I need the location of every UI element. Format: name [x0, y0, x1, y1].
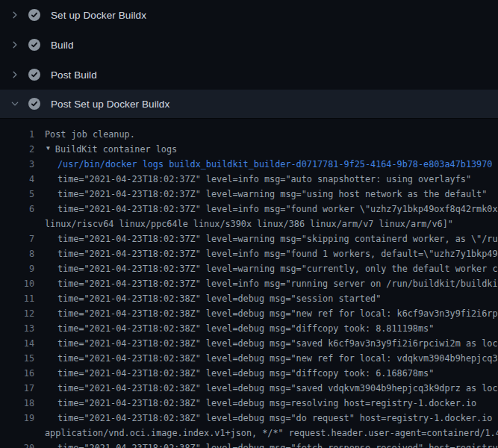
log-text: time="2021-04-23T18:02:37Z" level=info m… [34, 276, 498, 291]
step-row-3[interactable]: Post Set up Docker Buildx [0, 90, 498, 119]
log-text: linux/riscv64 linux/ppc64le linux/s390x … [34, 217, 453, 231]
log-text: time="2021-04-23T18:02:38Z" level=debug … [34, 321, 434, 336]
chevron-right-icon [9, 69, 21, 81]
log-line[interactable]: 2 ▼ BuildKit container logs [0, 142, 498, 157]
step-row-2[interactable]: Post Build [0, 60, 498, 90]
line-number[interactable]: 11 [0, 291, 34, 306]
log-line: 7 ▼ time="2021-04-23T18:02:37Z" level=wa… [0, 231, 498, 246]
line-number[interactable]: 9 [0, 261, 34, 276]
log-text: time="2021-04-23T18:02:38Z" level=debug … [34, 441, 498, 448]
log-line: 15 ▼ time="2021-04-23T18:02:38Z" level=d… [0, 351, 498, 366]
group-collapse-triangle-icon: ▼ [34, 142, 50, 156]
log-text: /usr/bin/docker logs buildx_buildkit_bui… [34, 157, 492, 172]
line-number[interactable]: 10 [0, 276, 34, 291]
log-line: 8 ▼ time="2021-04-23T18:02:37Z" level=in… [0, 246, 498, 261]
line-number [0, 217, 34, 231]
check-circle-icon [28, 69, 40, 81]
log-text: time="2021-04-23T18:02:38Z" level=debug … [34, 306, 498, 321]
log-text: time="2021-04-23T18:02:38Z" level=debug … [34, 366, 434, 381]
line-number[interactable]: 1 [0, 127, 34, 142]
line-number[interactable]: 5 [0, 187, 34, 202]
line-number[interactable]: 3 [0, 157, 34, 172]
log-line: 6 ▼ time="2021-04-23T18:02:37Z" level=in… [0, 202, 498, 217]
line-number[interactable]: 13 [0, 321, 34, 336]
step-list: Set up Docker Buildx Build Post Build [0, 0, 498, 119]
log-text: time="2021-04-23T18:02:38Z" level=debug … [34, 396, 476, 411]
chevron-right-icon [9, 9, 21, 21]
log-line: 19 ▼ time="2021-04-23T18:02:38Z" level=d… [0, 411, 498, 426]
log-line: 11 ▼ time="2021-04-23T18:02:38Z" level=d… [0, 291, 498, 306]
step-label: Post Set up Docker Buildx [51, 99, 169, 110]
step-label: Build [51, 40, 74, 51]
step-label: Set up Docker Buildx [51, 10, 146, 21]
log-line: ▼ application/vnd.oci.image.index.v1+jso… [0, 426, 498, 441]
check-circle-icon [28, 98, 40, 110]
log-line: 9 ▼ time="2021-04-23T18:02:37Z" level=wa… [0, 261, 498, 276]
line-number [0, 426, 34, 441]
line-number[interactable]: 6 [0, 202, 34, 217]
check-circle-icon [28, 39, 40, 51]
log-text: BuildKit container logs [50, 142, 177, 157]
line-number[interactable]: 18 [0, 396, 34, 411]
log-line: 3 ▼ /usr/bin/docker logs buildx_buildkit… [0, 157, 498, 172]
line-number[interactable]: 19 [0, 411, 34, 426]
line-number[interactable]: 16 [0, 366, 34, 381]
line-number[interactable]: 12 [0, 306, 34, 321]
line-number[interactable]: 2 [0, 142, 34, 157]
log-text: time="2021-04-23T18:02:37Z" level=info m… [34, 246, 498, 261]
log-line: 10 ▼ time="2021-04-23T18:02:37Z" level=i… [0, 276, 498, 291]
log-panel: 1 ▼ Post job cleanup. 2 ▼ BuildKit conta… [0, 119, 498, 448]
log-text: time="2021-04-23T18:02:38Z" level=debug … [34, 291, 381, 306]
log-line: 1 ▼ Post job cleanup. [0, 127, 498, 142]
log-text: time="2021-04-23T18:02:38Z" level=debug … [34, 381, 498, 396]
log-text: Post job cleanup. [34, 127, 135, 142]
log-line: 12 ▼ time="2021-04-23T18:02:38Z" level=d… [0, 306, 498, 321]
log-line: 13 ▼ time="2021-04-23T18:02:38Z" level=d… [0, 321, 498, 336]
log-text: time="2021-04-23T18:02:37Z" level=warnin… [34, 231, 498, 246]
log-text: time="2021-04-23T18:02:38Z" level=debug … [34, 411, 498, 426]
log-text: time="2021-04-23T18:02:37Z" level=info m… [34, 202, 498, 217]
log-line: 14 ▼ time="2021-04-23T18:02:38Z" level=d… [0, 336, 498, 351]
step-row-0[interactable]: Set up Docker Buildx [0, 0, 498, 30]
line-number[interactable]: 17 [0, 381, 34, 396]
step-row-1[interactable]: Build [0, 30, 498, 60]
chevron-right-icon [9, 39, 21, 51]
log-lines: 1 ▼ Post job cleanup. 2 ▼ BuildKit conta… [0, 127, 498, 448]
check-circle-icon [28, 9, 40, 21]
log-text: time="2021-04-23T18:02:37Z" level=warnin… [34, 187, 487, 202]
line-number[interactable]: 7 [0, 231, 34, 246]
line-number[interactable]: 4 [0, 172, 34, 187]
chevron-down-icon [9, 98, 21, 110]
step-label: Post Build [51, 69, 97, 81]
line-number[interactable]: 20 [0, 441, 34, 448]
line-number[interactable]: 14 [0, 336, 34, 351]
log-line: 16 ▼ time="2021-04-23T18:02:38Z" level=d… [0, 366, 498, 381]
log-text: time="2021-04-23T18:02:37Z" level=warnin… [34, 261, 498, 276]
log-text: time="2021-04-23T18:02:38Z" level=debug … [34, 351, 498, 366]
actions-log-viewer: Set up Docker Buildx Build Post Build [0, 0, 498, 448]
log-line: 18 ▼ time="2021-04-23T18:02:38Z" level=d… [0, 396, 498, 411]
log-line: 20 ▼ time="2021-04-23T18:02:38Z" level=d… [0, 441, 498, 448]
log-line: ▼ linux/riscv64 linux/ppc64le linux/s390… [0, 217, 498, 231]
log-text: time="2021-04-23T18:02:38Z" level=debug … [34, 336, 498, 351]
log-line: 4 ▼ time="2021-04-23T18:02:37Z" level=in… [0, 172, 498, 187]
log-text: time="2021-04-23T18:02:37Z" level=info m… [34, 172, 471, 187]
log-text: application/vnd.oci.image.index.v1+json,… [34, 426, 498, 441]
line-number[interactable]: 15 [0, 351, 34, 366]
line-number[interactable]: 8 [0, 246, 34, 261]
log-line: 17 ▼ time="2021-04-23T18:02:38Z" level=d… [0, 381, 498, 396]
log-line: 5 ▼ time="2021-04-23T18:02:37Z" level=wa… [0, 187, 498, 202]
